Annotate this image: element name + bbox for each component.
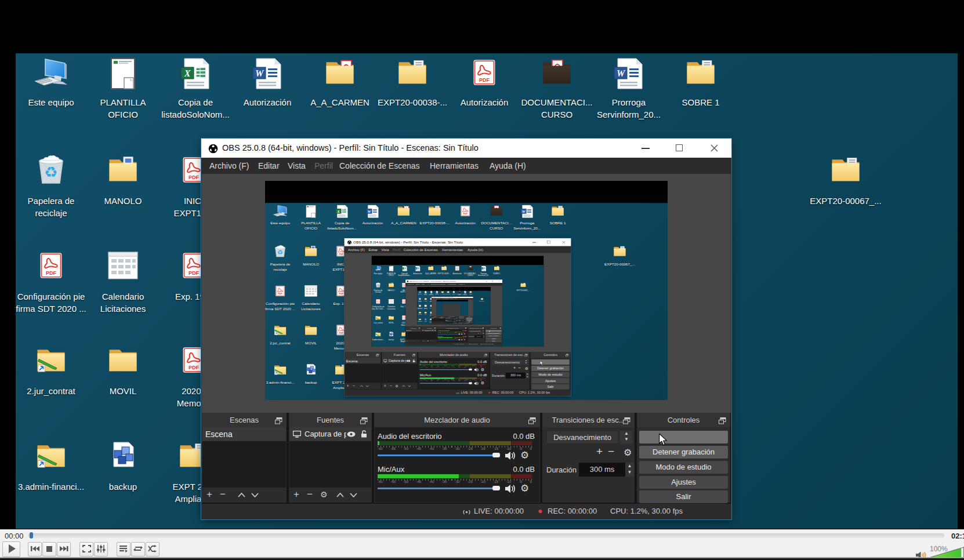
svg-text:X: X: [184, 68, 191, 78]
svg-text:PDF: PDF: [403, 319, 405, 319]
svg-text:♻: ♻: [277, 249, 283, 256]
svg-text:PDF: PDF: [479, 77, 490, 83]
svg-text:♻: ♻: [377, 284, 379, 287]
svg-text:PDF: PDF: [189, 270, 200, 276]
svg-text:X: X: [430, 292, 431, 292]
svg-text:W: W: [367, 209, 371, 213]
svg-text:PDF: PDF: [189, 174, 200, 180]
svg-text:PDF: PDF: [339, 332, 343, 334]
svg-text:W: W: [522, 209, 526, 213]
svg-text:X: X: [402, 267, 404, 270]
svg-text:PDF: PDF: [339, 253, 343, 256]
svg-text:PDF: PDF: [456, 270, 458, 270]
svg-text:PDF: PDF: [463, 213, 467, 215]
svg-text:♻: ♻: [419, 299, 421, 300]
svg-text:W: W: [255, 68, 264, 78]
svg-text:PDF: PDF: [189, 365, 200, 370]
svg-text:PDF: PDF: [278, 293, 282, 295]
svg-text:W: W: [617, 68, 626, 78]
svg-text:PDF: PDF: [339, 293, 343, 295]
svg-text:PDF: PDF: [46, 270, 57, 276]
svg-text:PDF: PDF: [403, 303, 405, 303]
svg-text:PDF: PDF: [403, 286, 405, 286]
svg-text:♻: ♻: [44, 163, 57, 181]
svg-text:X: X: [336, 209, 340, 213]
svg-text:PDF: PDF: [377, 303, 379, 303]
